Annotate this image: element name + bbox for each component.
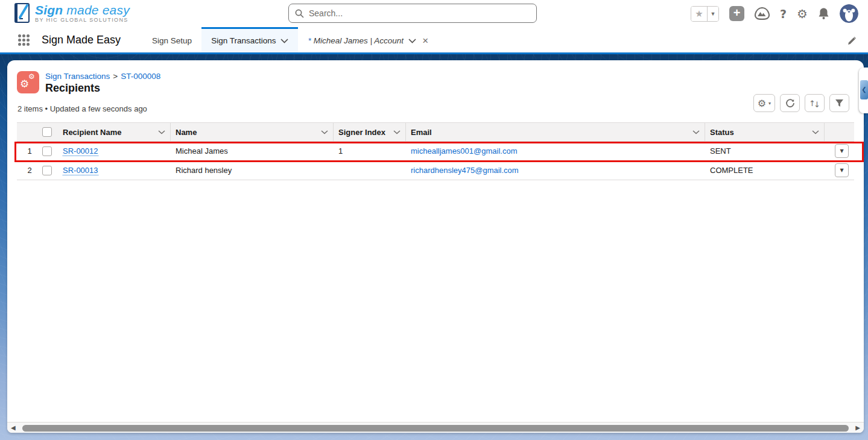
app-launcher-icon[interactable] [18,34,30,46]
column-header-email[interactable]: Email [406,122,705,142]
filter-button[interactable] [829,94,849,112]
caret-down-icon: ▾ [768,101,771,106]
notifications-bell-icon[interactable] [818,7,829,20]
list-settings-gear-icon: ⚙ [758,98,766,109]
user-avatar[interactable] [840,4,858,23]
refresh-icon [785,98,795,108]
row-actions-button[interactable]: ▼ [835,144,849,158]
row-number: 1 [17,146,42,156]
tab-micheal-james-account[interactable]: *Micheal James | Account × [298,27,438,52]
cell-status: SENT [705,146,825,156]
column-header-status[interactable]: Status [705,122,825,142]
cell-status: COMPLETE [705,166,825,175]
app-navigation-bar: Sign Made Easy Sign Setup Sign Transacti… [0,27,868,54]
app-logo: Sign made easy BY HIC GLOBAL SOLUTIONS [14,3,130,24]
chevron-down-icon [408,39,416,43]
breadcrumb-sign-transactions-link[interactable]: Sign Transactions [45,72,110,81]
scroll-right-arrow-icon[interactable]: ▶ [855,424,860,431]
list-settings-button[interactable]: ⚙ ▾ [753,94,775,112]
logo-document-icon [14,3,31,24]
logo-title: Sign made easy [35,4,130,17]
favorites-caret-icon[interactable]: ▼ [707,7,718,21]
filter-funnel-icon [835,99,844,107]
search-input[interactable] [309,8,530,18]
sort-button[interactable]: ↑↓ [805,94,825,112]
refresh-button[interactable] [780,94,800,112]
table-row-1: 1 SR-00012 Micheal James 1 michealljames… [17,142,854,161]
page-title: Recipients [45,82,100,95]
row-checkbox[interactable] [42,146,52,156]
chevron-down-icon [321,130,328,134]
global-create-button[interactable]: + [729,6,744,21]
tab-sign-transactions[interactable]: Sign Transactions [201,27,298,52]
row-actions-button[interactable]: ▼ [835,163,849,177]
edit-nav-pencil-icon[interactable] [847,36,857,46]
chevron-down-icon [692,130,700,134]
cell-name: Micheal James [171,146,334,156]
chevron-down-icon [393,130,401,134]
recipient-record-link[interactable]: SR-00012 [63,146,98,156]
scroll-left-arrow-icon[interactable]: ◀ [11,424,16,431]
setup-gear-icon[interactable]: ⚙ [797,8,808,20]
favorites-button-group: ★ ▼ [691,6,719,22]
recipients-entity-gears-icon: ⚙⚙ [17,71,39,93]
recipients-table: Recipient Name Name Signer Index Email S… [17,122,854,180]
column-header-recipient-name[interactable]: Recipient Name [60,122,171,142]
row-checkbox[interactable] [42,166,52,175]
favorites-star-icon[interactable]: ★ [691,7,707,21]
close-tab-icon[interactable]: × [422,35,428,47]
breadcrumb-record-link[interactable]: ST-000008 [121,72,160,81]
cell-signer-index: 1 [334,146,406,156]
trailhead-guidance-icon[interactable] [755,7,770,20]
side-panel-handle: ❮ [859,68,868,113]
select-all-checkbox[interactable] [42,127,52,137]
email-link[interactable]: michealljames001@gmail.com [411,146,517,156]
tab-sign-setup[interactable]: Sign Setup [142,27,201,52]
horizontal-scrollbar[interactable]: ◀ ▶ [7,422,864,433]
logo-subtitle: BY HIC GLOBAL SOLUTIONS [35,17,130,24]
list-view-controls: ⚙ ▾ ↑↓ [753,94,849,112]
recipient-record-link[interactable]: SR-00013 [63,166,98,175]
global-header: Sign made easy BY HIC GLOBAL SOLUTIONS ★… [0,0,868,27]
chevron-down-icon [812,130,819,134]
list-meta-text: 2 items • Updated a few seconds ago [17,104,147,113]
breadcrumb: Sign Transactions>ST-000008 [45,72,160,81]
scrollbar-thumb[interactable] [22,425,849,432]
cell-name: Richard hensley [171,166,334,175]
column-header-name[interactable]: Name [171,122,334,142]
sort-arrows-icon: ↑↓ [809,99,820,108]
email-link[interactable]: richardhensley475@gmail.com [411,166,519,175]
global-search[interactable] [288,4,537,23]
chevron-down-icon [158,130,165,134]
column-header-signer-index[interactable]: Signer Index [334,122,406,142]
row-number: 2 [17,166,42,175]
recipients-list-card: ⚙⚙ Sign Transactions>ST-000008 Recipient… [7,60,864,433]
help-icon[interactable]: ? [780,8,787,20]
table-header-row: Recipient Name Name Signer Index Email S… [17,122,854,142]
expand-panel-chevron-left-icon[interactable]: ❮ [860,80,868,99]
search-icon [295,9,304,18]
app-name: Sign Made Easy [42,34,121,46]
chevron-down-icon [280,39,288,43]
table-row-2: 2 SR-00013 Richard hensley richardhensle… [17,161,854,180]
